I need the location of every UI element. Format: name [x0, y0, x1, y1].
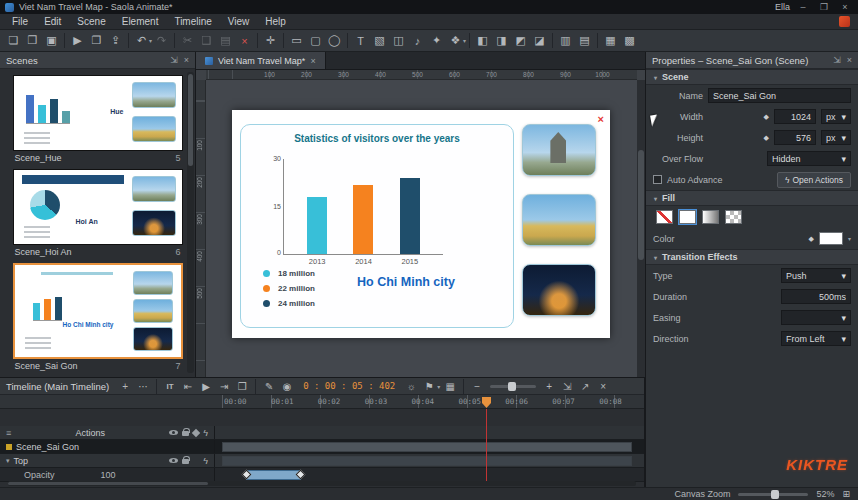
photo-church[interactable]	[522, 124, 596, 176]
timeline-ruler[interactable]: 00:0000:0100:0200:0300:0400:0500:0600:07…	[0, 395, 644, 409]
redo-icon[interactable]: ↷	[152, 32, 171, 50]
visibility-column-icon[interactable]	[169, 430, 178, 435]
track-row-top[interactable]: ▾ Top ϟ	[0, 454, 644, 468]
snap-icon[interactable]: ☼	[403, 379, 419, 394]
document-tab[interactable]: Viet Nam Travel Map* ×	[196, 52, 326, 69]
playhead-marker-icon[interactable]: ⚑	[421, 379, 437, 394]
properties-close-icon[interactable]: ×	[847, 55, 852, 65]
delete-icon[interactable]: ×	[235, 32, 254, 50]
menu-edit[interactable]: Edit	[36, 15, 69, 28]
skip-to-start-icon[interactable]: ⇤	[180, 379, 196, 394]
section-transition-effects[interactable]: ▾ Transition Effects	[646, 249, 858, 265]
width-unit-select[interactable]: px ▾	[821, 109, 851, 124]
slide[interactable]: × Statistics of visitors over the years …	[232, 110, 610, 338]
scenes-scrollbar[interactable]	[187, 72, 194, 373]
ellipse-tool-icon[interactable]: ◯	[325, 32, 344, 50]
height-unit-select[interactable]: px ▾	[821, 130, 851, 145]
bar-2013[interactable]	[307, 197, 327, 254]
element-actions-icon[interactable]: ϟ	[203, 456, 208, 466]
paste-icon[interactable]: ▤	[216, 32, 235, 50]
close-window-button[interactable]: ×	[837, 2, 853, 12]
copy-icon[interactable]: ❑	[197, 32, 216, 50]
slide-close-icon[interactable]: ×	[598, 113, 604, 125]
scenes-float-icon[interactable]: ⇲	[170, 55, 178, 65]
bar-2014[interactable]	[353, 185, 373, 254]
preview-scene-icon[interactable]: ❐	[234, 379, 250, 394]
text-tool-icon[interactable]: T	[351, 32, 370, 50]
canvas-zoom-slider[interactable]	[738, 493, 808, 496]
transition-type-select[interactable]: Push ▾	[781, 268, 851, 283]
menu-element[interactable]: Element	[114, 15, 167, 28]
element-duration-bar[interactable]	[222, 456, 632, 466]
auto-advance-checkbox[interactable]	[653, 175, 662, 184]
bring-to-front-icon[interactable]: ▦	[601, 32, 620, 50]
menu-scene[interactable]: Scene	[69, 15, 113, 28]
track-row-scene[interactable]: Scene_Sai Gon	[0, 440, 644, 454]
color-keyframe-icon[interactable]: ◆	[809, 235, 814, 243]
bar-2015[interactable]	[400, 178, 420, 254]
timeline-horizontal-scrollbar[interactable]	[8, 481, 636, 486]
photo-night-city[interactable]	[522, 264, 596, 316]
open-icon[interactable]: ❒	[23, 32, 42, 50]
timeline-fit-icon[interactable]: ⇲	[559, 379, 575, 394]
play-icon[interactable]: ▶	[198, 379, 214, 394]
send-to-back-icon[interactable]: ▩	[620, 32, 639, 50]
image-tool-icon[interactable]: ▧	[370, 32, 389, 50]
align-left-icon[interactable]: ◧	[473, 32, 492, 50]
fill-solid-swatch[interactable]	[679, 210, 696, 224]
height-keyframe-icon[interactable]: ◆	[764, 134, 769, 142]
shape-tool-icon[interactable]: ✦	[427, 32, 446, 50]
open-actions-button[interactable]: ϟ Open Actions	[777, 172, 851, 188]
timeline-grid-icon[interactable]: ▦	[442, 379, 458, 394]
timeline-zoom-slider[interactable]	[490, 385, 536, 388]
width-keyframe-icon[interactable]: ◆	[764, 113, 769, 121]
menu-file[interactable]: File	[4, 15, 36, 28]
zoom-slider-handle[interactable]	[508, 382, 516, 391]
skip-to-end-icon[interactable]: ⇥	[216, 379, 232, 394]
keyframe-column-icon[interactable]	[192, 428, 200, 436]
select-tool-icon[interactable]: ✛	[261, 32, 280, 50]
rounded-rectangle-tool-icon[interactable]: ▢	[306, 32, 325, 50]
lock-column-icon[interactable]	[182, 431, 189, 436]
direction-select[interactable]: From Left ▾	[781, 331, 851, 346]
properties-float-icon[interactable]: ⇲	[833, 55, 841, 65]
export-icon[interactable]: ⇪	[106, 32, 125, 50]
align-top-icon[interactable]: ◩	[511, 32, 530, 50]
scene-thumbnail-sai-gon-selected[interactable]: Ho Chi Minh city	[13, 263, 183, 359]
width-input[interactable]	[774, 109, 816, 124]
scenes-close-icon[interactable]: ×	[184, 55, 189, 65]
easing-select[interactable]: ▾	[781, 310, 851, 325]
auto-keyframe-pen-icon[interactable]: ✎	[261, 379, 277, 394]
lock-icon[interactable]	[182, 459, 189, 464]
marker-dropdown-icon[interactable]: ▾	[437, 383, 440, 390]
symbol-dropdown-icon[interactable]: ▾	[463, 37, 466, 44]
maximize-button[interactable]: ❐	[816, 2, 832, 12]
section-fill[interactable]: ▾ Fill	[646, 190, 858, 206]
expander-icon[interactable]: ▾	[6, 457, 10, 465]
preview-in-browser-icon[interactable]: ❐	[87, 32, 106, 50]
chevron-down-icon[interactable]: ▾	[848, 235, 851, 242]
fit-canvas-icon[interactable]: ⊞	[842, 489, 850, 499]
timeline-menu-icon[interactable]: ⋯	[135, 379, 151, 394]
add-animation-icon[interactable]: +	[117, 379, 133, 394]
fill-none-swatch[interactable]	[656, 210, 673, 224]
new-document-icon[interactable]: ❏	[4, 32, 23, 50]
menu-help[interactable]: Help	[257, 15, 294, 28]
canvas-viewport[interactable]: × Statistics of visitors over the years …	[206, 80, 637, 377]
track-row-opacity[interactable]: Opacity 100	[0, 468, 644, 482]
duration-input[interactable]	[781, 289, 851, 304]
align-right-icon[interactable]: ◨	[492, 32, 511, 50]
fill-gradient-swatch[interactable]	[702, 210, 719, 224]
timeline-close-icon[interactable]: ×	[595, 379, 611, 394]
cut-icon[interactable]: ✂	[178, 32, 197, 50]
video-tool-icon[interactable]: ◫	[389, 32, 408, 50]
timeline-zoom-in-icon[interactable]: +	[541, 379, 557, 394]
save-icon[interactable]: ▣	[42, 32, 61, 50]
insert-time-icon[interactable]: IT	[162, 379, 178, 394]
tab-close-icon[interactable]: ×	[310, 56, 315, 66]
record-icon[interactable]: ◉	[279, 379, 295, 394]
timeline-zoom-out-icon[interactable]: −	[469, 379, 485, 394]
scene-thumbnail-hoi-an[interactable]: Hoi An	[13, 169, 183, 245]
rectangle-tool-icon[interactable]: ▭	[287, 32, 306, 50]
photo-palace[interactable]	[522, 194, 596, 246]
